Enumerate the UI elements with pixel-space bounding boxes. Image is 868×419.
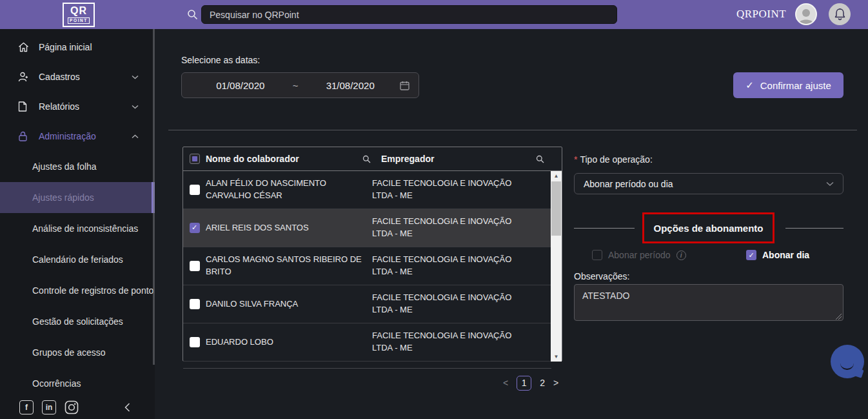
sidebar-subitem-ocorrencias[interactable]: Ocorrências bbox=[0, 368, 155, 399]
chevron-up-icon bbox=[132, 134, 139, 139]
dates-label: Selecione as datas: bbox=[181, 55, 260, 65]
info-icon[interactable]: i bbox=[676, 250, 686, 260]
sidebar-scrollbar[interactable] bbox=[153, 29, 155, 365]
confirm-adjustment-button[interactable]: ✓ Confirmar ajuste bbox=[733, 72, 843, 98]
sidebar-subitem-gestao-de-solicitacoes[interactable]: Gestão de solicitações bbox=[0, 306, 155, 337]
table-scrollbar[interactable]: ▲ ▼ bbox=[551, 171, 562, 362]
select-all-checkbox[interactable] bbox=[190, 154, 200, 164]
sidebar-item-label: Relatórios bbox=[39, 101, 79, 112]
global-search-input[interactable] bbox=[201, 5, 617, 24]
abonar-periodo-label: Abonar período bbox=[608, 250, 671, 260]
notes-label: Observações: bbox=[574, 271, 629, 281]
row-checkbox-checked[interactable]: ✓ bbox=[190, 223, 200, 233]
table-overflow-line bbox=[183, 368, 551, 369]
abonar-dia-checkbox[interactable]: ✓ bbox=[746, 250, 756, 260]
notes-textarea[interactable]: ATESTADO bbox=[574, 284, 843, 321]
column-header-employer: Empregador bbox=[381, 154, 434, 164]
account-name: QRPOINT bbox=[736, 8, 786, 21]
abonar-dia-group: ✓ Abonar dia bbox=[746, 250, 809, 260]
employee-name: EDUARDO LOBO bbox=[206, 336, 372, 349]
table-row[interactable]: EDUARDO LOBO FACILE TECNOLOGIA E INOVAÇÃ… bbox=[183, 323, 562, 362]
app-window: QR POINT QRPOINT Página inicial bbox=[0, 0, 868, 419]
qrpoint-logo[interactable]: QR POINT bbox=[63, 3, 95, 27]
row-checkbox[interactable] bbox=[190, 337, 200, 347]
pagination: < 1 2 > bbox=[503, 375, 558, 391]
sidebar-subitem-calendario-de-feriados[interactable]: Calendário de feriados bbox=[0, 244, 155, 275]
chevron-down-icon bbox=[132, 75, 139, 79]
chat-bubble-button[interactable] bbox=[831, 345, 864, 378]
facebook-icon[interactable]: f bbox=[19, 400, 34, 414]
scrollbar-thumb[interactable] bbox=[551, 181, 561, 236]
employer-name: FACILE TECNOLOGIA E INOVAÇÃO LTDA - ME bbox=[372, 178, 535, 202]
sidebar-item-relatorios[interactable]: Relatórios bbox=[0, 92, 155, 121]
calendar-icon[interactable] bbox=[400, 81, 409, 90]
subitem-label: Análise de inconsistências bbox=[32, 223, 138, 234]
table-row[interactable]: ALAN FÉLIX DO NASCIMENTO CARVALHO CÉSAR … bbox=[183, 171, 562, 209]
sidebar-subitem-grupos-de-acesso[interactable]: Grupos de acesso bbox=[0, 337, 155, 368]
column-search-icon[interactable] bbox=[362, 155, 371, 163]
employee-name: DANILO SILVA FRANÇA bbox=[206, 298, 372, 311]
date-separator: ~ bbox=[290, 80, 301, 91]
instagram-icon[interactable] bbox=[64, 400, 79, 414]
sidebar-item-administracao[interactable]: Administração bbox=[0, 121, 155, 151]
check-icon: ✓ bbox=[192, 223, 197, 233]
table-row[interactable]: CARLOS MAGNO SANTOS RIBEIRO DE BRITO FAC… bbox=[183, 247, 562, 285]
sidebar-subitem-controle-de-registros[interactable]: Controle de registros de ponto bbox=[0, 275, 155, 306]
pagination-page-1[interactable]: 1 bbox=[517, 376, 531, 391]
check-icon: ✓ bbox=[745, 79, 754, 91]
date-range-picker[interactable]: 01/08/2020 ~ 31/08/2020 bbox=[181, 72, 419, 98]
logo-text: QR bbox=[70, 6, 87, 16]
employer-name: FACILE TECNOLOGIA E INOVAÇÃO LTDA - ME bbox=[372, 216, 535, 240]
pagination-page-2[interactable]: 2 bbox=[540, 378, 545, 388]
abonar-periodo-checkbox[interactable] bbox=[592, 250, 602, 260]
subitem-label: Ocorrências bbox=[32, 378, 81, 389]
date-start-value: 01/08/2020 bbox=[191, 80, 290, 91]
scroll-down-icon[interactable]: ▼ bbox=[551, 352, 562, 362]
section-line-right bbox=[785, 228, 843, 229]
sidebar-subitem-ajustes-rapidos[interactable]: Ajustes rápidos bbox=[0, 182, 155, 213]
sidebar-menu: Página inicial Cadastros Relatórios bbox=[0, 29, 155, 399]
subitem-label: Ajustes da folha bbox=[32, 161, 97, 172]
column-search-icon[interactable] bbox=[536, 155, 544, 163]
textarea-resize-handle[interactable] bbox=[836, 314, 842, 320]
section-line-left bbox=[574, 228, 635, 229]
subitem-label: Gestão de solicitações bbox=[32, 316, 123, 327]
scroll-up-icon[interactable]: ▲ bbox=[551, 171, 562, 181]
annotation-red-box: Opções de abonamento bbox=[642, 212, 774, 243]
employee-name: CARLOS MAGNO SANTOS RIBEIRO DE BRITO bbox=[206, 254, 372, 278]
required-asterisk: * bbox=[574, 154, 577, 165]
row-checkbox[interactable] bbox=[190, 261, 200, 271]
sidebar-item-cadastros[interactable]: Cadastros bbox=[0, 62, 155, 92]
employer-name: FACILE TECNOLOGIA E INOVAÇÃO LTDA - ME bbox=[372, 330, 535, 354]
table-row[interactable]: DANILO SILVA FRANÇA FACILE TECNOLOGIA E … bbox=[183, 285, 562, 323]
notifications-bell-icon[interactable] bbox=[829, 3, 851, 25]
date-end-value: 31/08/2020 bbox=[301, 80, 400, 91]
sidebar-collapse-icon[interactable] bbox=[124, 403, 130, 412]
confirm-button-label: Confirmar ajuste bbox=[760, 80, 831, 91]
lock-icon bbox=[18, 131, 29, 141]
pagination-prev-icon[interactable]: < bbox=[503, 378, 508, 388]
file-icon bbox=[18, 101, 29, 112]
table-header-row: Nome do colaborador Empregador bbox=[183, 147, 562, 171]
row-checkbox[interactable] bbox=[190, 185, 200, 195]
linkedin-icon[interactable]: in bbox=[42, 400, 56, 414]
user-avatar[interactable] bbox=[795, 3, 817, 25]
operation-type-select[interactable]: Abonar período ou dia bbox=[574, 173, 843, 194]
select-value: Abonar período ou dia bbox=[584, 179, 673, 189]
sidebar-subitem-ajustes-da-folha[interactable]: Ajustes da folha bbox=[0, 151, 155, 182]
operation-type-label: *Tipo de operação: bbox=[574, 154, 653, 165]
pagination-next-icon[interactable]: > bbox=[553, 378, 558, 388]
subitem-label: Ajustes rápidos bbox=[32, 192, 94, 203]
sidebar-item-pagina-inicial[interactable]: Página inicial bbox=[0, 32, 155, 62]
employees-table: Nome do colaborador Empregador ALAN FÉLI… bbox=[182, 147, 562, 362]
sidebar-subitem-analise-de-inconsistencias[interactable]: Análise de inconsistências bbox=[0, 213, 155, 244]
check-icon: ✓ bbox=[748, 251, 754, 260]
search-icon bbox=[187, 9, 198, 20]
table-row-selected[interactable]: ✓ ARIEL REIS DOS SANTOS FACILE TECNOLOGI… bbox=[183, 209, 562, 247]
row-checkbox[interactable] bbox=[190, 299, 200, 309]
employee-name: ALAN FÉLIX DO NASCIMENTO CARVALHO CÉSAR bbox=[206, 178, 372, 202]
section-title: Opções de abonamento bbox=[653, 223, 763, 234]
logo-subtext: POINT bbox=[68, 17, 90, 25]
section-divider bbox=[168, 130, 857, 130]
sidebar-footer: f in bbox=[0, 396, 155, 419]
